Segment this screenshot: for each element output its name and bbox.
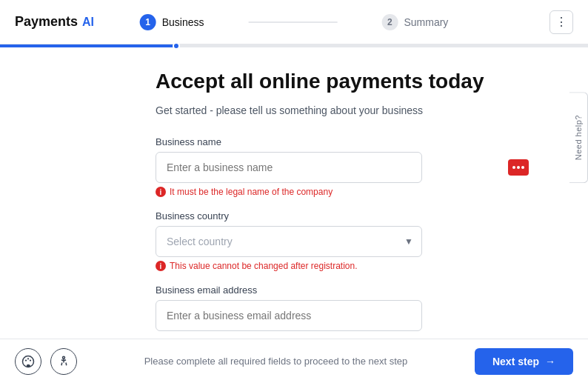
dot-1	[512, 166, 515, 169]
logo-ai: AI	[82, 16, 94, 29]
business-country-label: Business country	[156, 210, 536, 222]
country-hint-icon: i	[156, 261, 166, 271]
main-content: Accept all online payments today Get sta…	[0, 47, 588, 339]
accessibility-button[interactable]	[50, 348, 77, 375]
right-sidebar: Need help?	[566, 47, 588, 339]
palette-button[interactable]	[15, 348, 41, 375]
svg-point-2	[27, 358, 29, 359]
arrow-right-icon: →	[545, 356, 555, 367]
svg-point-4	[63, 356, 65, 359]
step-2-label: Summary	[404, 16, 448, 28]
footer-message: Please complete all required fields to p…	[77, 356, 475, 367]
svg-point-3	[30, 359, 31, 361]
dot-2	[517, 166, 520, 169]
business-email-input[interactable]	[156, 300, 422, 331]
form-content: Accept all online payments today Get sta…	[0, 47, 566, 339]
svg-point-1	[25, 359, 27, 361]
header: Payments AI 1 Business 2 Summary ⋮	[0, 0, 588, 44]
accessibility-icon	[57, 355, 70, 368]
business-country-field: Business country Select country ▼ i This…	[156, 210, 536, 271]
step-1-number: 1	[140, 14, 156, 30]
page-title: Accept all online payments today	[156, 68, 536, 94]
next-step-label: Next step	[492, 356, 539, 367]
logo: Payments AI	[15, 14, 94, 30]
business-country-hint: i This value cannot be changed after reg…	[156, 261, 536, 271]
business-name-input[interactable]	[156, 152, 422, 183]
business-name-hint: i It must be the legal name of the compa…	[156, 187, 536, 197]
footer: Please complete all required fields to p…	[0, 339, 588, 383]
step-2[interactable]: 2 Summary	[381, 14, 448, 30]
business-country-select-wrapper: Select country ▼	[156, 226, 422, 257]
business-country-hint-text: This value cannot be changed after regis…	[170, 261, 358, 271]
progress-bar	[0, 44, 588, 47]
business-name-label: Business name	[156, 136, 536, 147]
stepper: 1 Business 2 Summary	[140, 14, 449, 30]
logo-text: Payments	[15, 14, 78, 30]
business-email-input-wrapper	[156, 300, 536, 331]
hint-icon: i	[156, 187, 166, 197]
business-name-field: Business name i It must be the legal nam…	[156, 136, 536, 197]
stepper-connector	[248, 21, 337, 23]
menu-button[interactable]: ⋮	[549, 10, 573, 34]
next-step-button[interactable]: Next step →	[475, 348, 573, 375]
business-email-label: Business email address	[156, 284, 536, 296]
step-1-label: Business	[162, 16, 204, 28]
step-1[interactable]: 1 Business	[140, 14, 204, 30]
palette-icon	[21, 355, 35, 368]
business-email-field: Business email address	[156, 284, 536, 331]
need-help-tab[interactable]: Need help?	[569, 92, 588, 183]
business-name-input-wrapper	[156, 152, 536, 183]
business-country-select[interactable]: Select country	[156, 226, 422, 257]
step-2-number: 2	[381, 14, 398, 30]
page-subtitle: Get started - please tell us something a…	[156, 103, 536, 119]
business-name-hint-text: It must be the legal name of the company	[170, 187, 333, 197]
dot-3	[521, 166, 524, 169]
progress-dot	[173, 42, 180, 50]
business-name-icon-button[interactable]	[508, 159, 529, 176]
footer-icons	[15, 348, 77, 375]
progress-fill	[0, 44, 176, 47]
